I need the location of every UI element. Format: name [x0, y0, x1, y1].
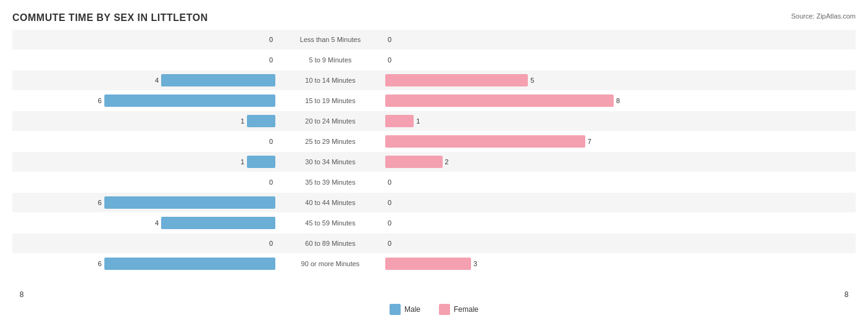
left-section: 6: [12, 196, 278, 209]
male-bar: [161, 217, 275, 229]
bottom-labels: 8 8: [12, 290, 856, 299]
female-bar: [385, 258, 471, 270]
female-bar: [385, 94, 614, 107]
left-section: 0: [12, 237, 278, 250]
row-label: 40 to 44 Minutes: [278, 199, 383, 206]
bar-row: 640 to 44 Minutes0: [12, 193, 856, 212]
row-label: 15 to 19 Minutes: [278, 97, 383, 104]
row-label: 90 or more Minutes: [278, 260, 383, 267]
right-section: 7: [383, 135, 648, 148]
female-bar: [385, 74, 528, 86]
bottom-right-val: 8: [837, 290, 856, 299]
left-section: 6: [12, 94, 278, 107]
bar-row: 120 to 24 Minutes1: [12, 111, 856, 131]
left-section: 4: [12, 217, 278, 229]
female-value: 3: [474, 260, 483, 267]
row-label: 45 to 59 Minutes: [278, 219, 383, 227]
left-section: 1: [12, 115, 278, 127]
bar-row: 05 to 9 Minutes0: [12, 50, 856, 70]
male-value: 0: [263, 56, 273, 64]
right-section: 3: [383, 258, 648, 270]
female-value: 0: [388, 178, 398, 186]
row-label: Less than 5 Minutes: [278, 36, 383, 43]
male-value: 6: [92, 199, 102, 206]
right-section: 0: [383, 33, 648, 46]
male-bar: [247, 156, 275, 168]
row-label: 20 to 24 Minutes: [278, 117, 383, 125]
right-section: 2: [383, 156, 648, 168]
female-value: 0: [388, 219, 398, 227]
row-label: 30 to 34 Minutes: [278, 158, 383, 166]
bar-row: 130 to 34 Minutes2: [12, 152, 856, 172]
male-bar: [104, 196, 276, 209]
chart-title: COMMUTE TIME BY SEX IN LITTLETON: [12, 12, 856, 23]
male-value: 4: [149, 77, 159, 84]
bar-row: 690 or more Minutes3: [12, 254, 856, 274]
female-legend-box: [439, 304, 450, 315]
left-section: 4: [12, 74, 278, 86]
left-section: 1: [12, 156, 278, 168]
bar-row: 0Less than 5 Minutes0: [12, 30, 856, 49]
row-label: 25 to 29 Minutes: [278, 138, 383, 145]
right-section: 1: [383, 115, 648, 127]
female-value: 1: [416, 117, 426, 125]
female-value: 0: [388, 56, 398, 64]
left-section: 0: [12, 54, 278, 66]
bar-row: 615 to 19 Minutes8: [12, 91, 856, 111]
chart-area: 0Less than 5 Minutes005 to 9 Minutes0410…: [12, 30, 856, 289]
male-value: 6: [92, 260, 102, 267]
female-value: 0: [388, 36, 398, 43]
male-value: 0: [263, 138, 273, 145]
male-bar: [104, 258, 276, 270]
male-legend-label: Male: [404, 305, 420, 314]
bar-row: 445 to 59 Minutes0: [12, 213, 856, 233]
row-label: 35 to 39 Minutes: [278, 178, 383, 186]
female-value: 0: [388, 199, 398, 206]
male-value: 1: [235, 117, 244, 125]
female-legend-label: Female: [454, 305, 478, 314]
legend: Male Female: [12, 304, 856, 315]
legend-male: Male: [390, 304, 420, 315]
male-bar: [247, 115, 275, 127]
bar-row: 035 to 39 Minutes0: [12, 172, 856, 192]
female-value: 0: [388, 240, 398, 247]
male-value: 0: [263, 240, 273, 247]
male-value: 0: [263, 36, 273, 43]
left-section: 0: [12, 135, 278, 148]
left-section: 6: [12, 258, 278, 270]
female-bar: [385, 115, 414, 127]
male-legend-box: [390, 304, 401, 315]
right-section: 0: [383, 217, 648, 229]
female-value: 5: [530, 77, 540, 84]
male-bar: [161, 74, 275, 86]
male-value: 4: [149, 219, 159, 227]
row-label: 5 to 9 Minutes: [278, 56, 383, 64]
source-text: Source: ZipAtlas.com: [791, 12, 856, 20]
bar-row: 410 to 14 Minutes5: [12, 70, 856, 90]
female-bar: [385, 156, 443, 168]
right-section: 0: [383, 176, 648, 188]
female-value: 7: [588, 138, 598, 145]
chart-container: COMMUTE TIME BY SEX IN LITTLETON Source:…: [0, 0, 868, 323]
left-section: 0: [12, 176, 278, 188]
bar-row: 025 to 29 Minutes7: [12, 132, 856, 151]
right-section: 5: [383, 74, 648, 86]
left-section: 0: [12, 33, 278, 46]
row-label: 10 to 14 Minutes: [278, 77, 383, 84]
male-bar: [104, 94, 276, 107]
right-section: 0: [383, 237, 648, 250]
female-value: 8: [616, 97, 626, 104]
male-value: 0: [263, 178, 273, 186]
female-bar: [385, 135, 585, 148]
female-value: 2: [445, 158, 455, 166]
bottom-left-val: 8: [12, 290, 31, 299]
right-section: 0: [383, 196, 648, 209]
right-section: 0: [383, 54, 648, 66]
bar-row: 060 to 89 Minutes0: [12, 233, 856, 253]
male-value: 1: [235, 158, 244, 166]
right-section: 8: [383, 94, 648, 107]
row-label: 60 to 89 Minutes: [278, 240, 383, 247]
legend-female: Female: [439, 304, 478, 315]
male-value: 6: [92, 97, 102, 104]
